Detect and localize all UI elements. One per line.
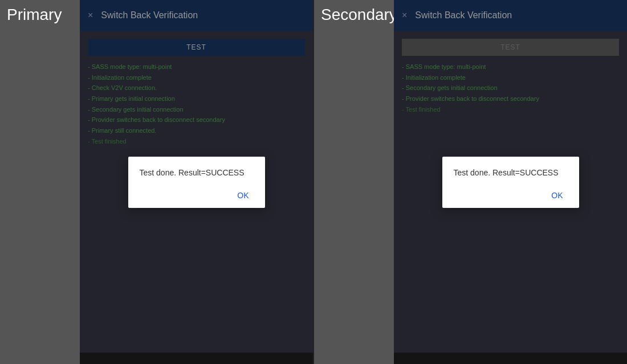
secondary-dialog-message: Test done. Result=SUCCESS — [454, 168, 568, 177]
secondary-dialog: Test done. Result=SUCCESS OK — [442, 157, 579, 208]
primary-ok-button[interactable]: OK — [233, 189, 253, 202]
primary-screen: × Switch Back Verification TEST - SASS m… — [80, 0, 313, 364]
secondary-ok-button[interactable]: OK — [547, 189, 567, 202]
secondary-dialog-overlay: Test done. Result=SUCCESS OK — [394, 0, 627, 364]
secondary-label-text: Secondary — [321, 6, 397, 24]
primary-dialog-actions: OK — [140, 189, 254, 202]
secondary-panel: Secondary × Switch Back Verification TES… — [314, 0, 627, 364]
primary-dialog-message: Test done. Result=SUCCESS — [140, 168, 254, 177]
primary-dialog-overlay: Test done. Result=SUCCESS OK — [80, 0, 313, 364]
primary-panel: Primary × Switch Back Verification TEST … — [0, 0, 313, 364]
secondary-screen: × Switch Back Verification TEST - SASS m… — [394, 0, 627, 364]
primary-dialog: Test done. Result=SUCCESS OK — [128, 157, 265, 208]
secondary-dialog-actions: OK — [454, 189, 568, 202]
primary-label-text: Primary — [7, 6, 62, 24]
primary-label: Primary — [0, 0, 80, 364]
secondary-label: Secondary — [314, 0, 394, 364]
